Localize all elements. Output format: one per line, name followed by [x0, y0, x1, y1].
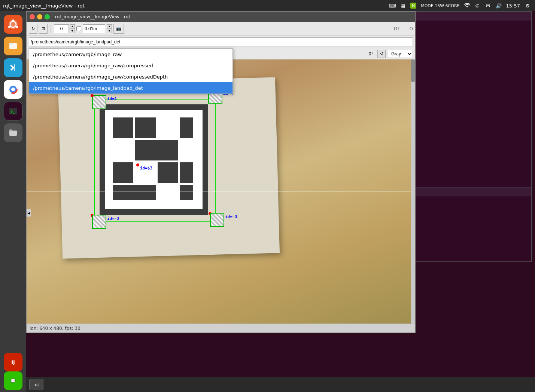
crosshair-horizontal	[27, 192, 415, 192]
window-close-button[interactable]	[30, 14, 35, 19]
scrollbar[interactable]	[411, 59, 415, 324]
corner-tag-3: id=-3	[210, 213, 224, 227]
svg-point-2	[12, 19, 14, 22]
dropdown-item-0[interactable]: /prometheus/camera/rgb/image_raw	[29, 49, 232, 60]
mode-label: MODE 15W 6CORE	[421, 3, 459, 8]
window-title-text: rqt_image_view__ImageView - rqt	[55, 14, 412, 19]
dock-item-nautilus[interactable]	[4, 123, 22, 142]
zoom-checkbox[interactable]	[76, 26, 81, 31]
d-help-label: D?	[394, 26, 400, 31]
marker-cell-r1c4	[180, 117, 193, 138]
dropdown-item-2[interactable]: /prometheus/camera/rgb/image_raw/compres…	[29, 71, 232, 82]
marker-cell-r2c3	[180, 140, 193, 160]
zoom-input-group: 0 ▲ ▼	[54, 24, 75, 33]
mail-icon[interactable]: ✉	[485, 3, 491, 9]
corner-label-2: id=-2	[107, 216, 119, 221]
zoom-up-button[interactable]: ▲	[70, 24, 75, 29]
marker-dark-bg	[100, 104, 208, 215]
dock-item-files[interactable]	[4, 37, 22, 55]
taskbar: rqt	[26, 377, 535, 392]
volume-icon[interactable]: 🔊	[496, 3, 502, 9]
marker-white-area	[105, 110, 203, 209]
window-titlebar: rqt_image_view__ImageView - rqt	[27, 12, 415, 22]
toolbar: ↻ ⊡ 0 ▲ ▼ 0.01m ▲ ▼ 📷 D? − O	[27, 22, 415, 36]
svg-rect-6	[9, 43, 13, 45]
bluetooth-icon[interactable]: ✆	[475, 3, 481, 9]
dock-item-vscode[interactable]	[4, 58, 22, 77]
depth-down-button[interactable]: ▼	[107, 29, 112, 33]
marker-cell-r1c1	[113, 117, 133, 138]
corner-tag-2: id=-2	[92, 215, 106, 229]
depth-up-button[interactable]: ▲	[107, 24, 112, 29]
taskbar-item-1[interactable]: rqt	[29, 379, 43, 390]
snapshot-button[interactable]: 📷	[113, 24, 124, 34]
dock-item-intellij[interactable]: ij	[4, 353, 22, 371]
topbar-right: ⌨ ▦ N MODE 15W 6CORE ✆ ✉ 🔊 15:57 ⚙	[389, 3, 535, 9]
depth-value-input[interactable]: 0.01m	[83, 24, 105, 33]
rotation-label: 0°	[368, 51, 374, 56]
taskbar-item-1-label: rqt	[33, 382, 39, 387]
wifi-icon[interactable]	[464, 3, 470, 9]
svg-point-3	[8, 26, 10, 28]
dropdown-item-3[interactable]: /prometheus/camera/rgb/image_landpad_det	[29, 82, 232, 94]
marker-cell-r3c3	[158, 162, 178, 183]
minus-label: −	[402, 26, 406, 31]
corner-tag-2-pattern	[93, 215, 106, 228]
topic-bar: /prometheus/camera/rgb/image_raw /promet…	[27, 36, 415, 48]
svg-rect-14	[9, 129, 12, 131]
svg-text:$_: $_	[10, 109, 15, 114]
svg-rect-13	[9, 131, 17, 136]
nvidia-icon: N	[410, 3, 416, 9]
svg-point-10	[11, 88, 15, 91]
corner-tag-2-box	[92, 215, 106, 229]
camera-feed: id=1 id=4 id=$3 id=-2	[27, 59, 415, 324]
topbar-title: rqt_image_view__ImageView - rqt	[3, 3, 85, 9]
marker-cell-r1c3	[158, 117, 178, 138]
status-text: lon: 640 x 480, fps: 30	[30, 326, 80, 331]
marker-cell-r4c1	[113, 185, 156, 200]
main-window: rqt_image_view__ImageView - rqt ↻ ⊡ 0 ▲ …	[26, 11, 416, 333]
dock-item-wechat[interactable]: 💬	[4, 371, 22, 390]
marker-cell-r2c1	[113, 140, 133, 160]
toolbar-separator-1	[51, 25, 51, 33]
color-select[interactable]: Gray RGB BRG Mono8	[388, 50, 413, 58]
status-bar: lon: 640 x 480, fps: 30	[27, 324, 415, 333]
topbar-time: 15:57	[506, 3, 520, 9]
zoom-down-button[interactable]: ▼	[70, 29, 75, 33]
dock: $_ ij 💬	[0, 11, 26, 392]
refresh-button[interactable]: ↻	[29, 24, 37, 34]
svg-point-4	[16, 26, 18, 28]
topbar: rqt_image_view__ImageView - rqt ⌨ ▦ N MO…	[0, 0, 535, 11]
marker-cell-r3c4	[180, 162, 193, 183]
svg-rect-7	[14, 64, 15, 71]
collapse-arrow[interactable]: ◀	[27, 209, 31, 217]
marker-cell-r3c1	[113, 162, 133, 183]
marker-cell-r2c2	[135, 140, 178, 160]
window-maximize-button[interactable]	[45, 14, 50, 19]
center-label: id=$3	[140, 166, 152, 171]
o-label: O	[410, 26, 413, 31]
center-dot	[136, 163, 139, 166]
dropdown-item-1[interactable]: /prometheus/camera/rgb/image_raw/compres…	[29, 60, 232, 71]
settings-icon[interactable]: ⚙	[525, 3, 531, 9]
marker-cell-r4c3	[180, 185, 193, 200]
dock-item-chromium[interactable]	[4, 80, 22, 99]
fit-button[interactable]: ⊡	[39, 24, 48, 34]
topic-input[interactable]	[29, 37, 413, 46]
zoom-spinners: ▲ ▼	[70, 24, 75, 33]
window-minimize-button[interactable]	[37, 14, 42, 19]
dock-item-ubuntu[interactable]	[4, 15, 22, 34]
corner-tag-3-box	[210, 213, 224, 227]
corner-tag-3-pattern	[211, 214, 224, 226]
marker-cell-r1c2	[135, 117, 156, 138]
image-area: id=1 id=4 id=$3 id=-2	[27, 59, 415, 324]
corner-dot-1	[91, 94, 94, 97]
dock-item-terminal[interactable]: $_	[4, 102, 22, 120]
corner-tag-1-box	[92, 95, 106, 109]
depth-spinners: ▲ ▼	[107, 24, 112, 33]
zoom-input[interactable]: 0	[54, 24, 69, 33]
rotate-button[interactable]: ↺	[377, 50, 386, 58]
topbar-left: rqt_image_view__ImageView - rqt	[0, 3, 85, 9]
topic-dropdown: /prometheus/camera/rgb/image_raw /promet…	[29, 48, 233, 94]
scrollbar-thumb[interactable]	[411, 59, 415, 82]
